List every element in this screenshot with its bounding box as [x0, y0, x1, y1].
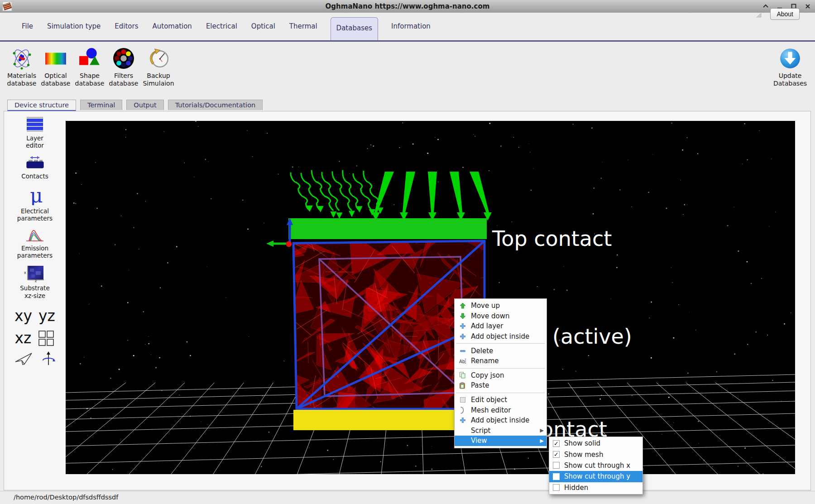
- tab-terminal[interactable]: Terminal: [80, 100, 122, 110]
- arrow-down-icon: [458, 312, 467, 320]
- menu-editors[interactable]: Editors: [114, 22, 139, 40]
- layers-icon: [24, 116, 45, 132]
- menu-item-move-down[interactable]: Move down: [455, 311, 547, 322]
- menu-item-add-object-inside[interactable]: Add object inside: [455, 331, 547, 342]
- menu-item-copy-json[interactable]: Copy json: [455, 370, 547, 381]
- sidebar-label: Emission parameters: [17, 245, 53, 259]
- view-submenu: ✓ Show solid ✓ Show mesh Show cut throug…: [549, 437, 643, 494]
- color-wheel-icon: [112, 47, 135, 70]
- no-icon: [458, 427, 467, 434]
- mesh-bracket-icon: [458, 407, 467, 414]
- 3d-viewport[interactable]: Top contact (active) ontact: [66, 121, 795, 474]
- sidebar-item-emission-parameters[interactable]: Emission parameters: [17, 228, 53, 259]
- paper-plane-icon[interactable]: [14, 352, 33, 365]
- svg-text:μ: μ: [30, 186, 43, 205]
- plus-icon: [458, 322, 467, 330]
- menu-information[interactable]: Information: [390, 22, 431, 40]
- checkbox-icon[interactable]: [553, 473, 560, 480]
- menu-file[interactable]: File: [21, 22, 34, 40]
- paste-icon: [458, 382, 467, 389]
- active-layer-label: (active): [552, 324, 632, 349]
- grid-2x2-icon[interactable]: [38, 330, 55, 346]
- checkbox-checked-icon[interactable]: ✓: [553, 451, 560, 458]
- download-icon: [779, 47, 801, 70]
- menu-item-mesh-editor[interactable]: Mesh editor: [455, 405, 547, 415]
- update-databases-button[interactable]: Update Databases: [769, 47, 811, 87]
- sidebar-item-layer-editor[interactable]: Layer editor: [24, 116, 45, 149]
- edit-icon: [458, 396, 467, 403]
- minus-icon: [458, 347, 467, 355]
- sidebar-label: Substrate xz-size: [20, 284, 49, 299]
- menu-separator: [456, 368, 545, 369]
- sidebar: Layer editor Contacts μ Electrical param…: [5, 116, 64, 369]
- tool-label: Backup Simulaion: [138, 72, 179, 87]
- sidebar-label: Layer editor: [26, 134, 44, 149]
- sidebar-item-contacts[interactable]: Contacts: [21, 155, 48, 180]
- sidebar-item-electrical-parameters[interactable]: μ Electrical parameters: [17, 186, 53, 222]
- top-contact-label: Top contact: [492, 226, 612, 251]
- emission-spectra-icon: [24, 228, 45, 242]
- menu-item-add-layer[interactable]: Add layer: [455, 321, 547, 331]
- menu-optical[interactable]: Optical: [250, 22, 276, 40]
- tab-output[interactable]: Output: [126, 100, 163, 110]
- view-yz-button[interactable]: yz: [38, 307, 55, 325]
- menu-item-view[interactable]: View ▶: [455, 436, 547, 446]
- tab-device-structure[interactable]: Device structure: [7, 100, 76, 111]
- resize-grip-icon: [756, 13, 762, 18]
- menu-separator: [456, 343, 545, 344]
- view-xy-button[interactable]: xy: [14, 307, 32, 325]
- mu-icon: μ: [24, 186, 45, 205]
- close-icon[interactable]: [804, 3, 811, 10]
- menu-item-add-object-inside-2[interactable]: Add object inside: [455, 415, 547, 426]
- menu-electrical[interactable]: Electrical: [205, 22, 238, 40]
- arrow-up-icon: [458, 302, 467, 309]
- sidebar-item-substrate-xz-size[interactable]: x z Substrate xz-size: [20, 265, 49, 299]
- titlebar[interactable]: OghmaNano https://www.oghma-nano.com: [0, 0, 815, 13]
- menu-item-edit-object[interactable]: Edit object: [455, 395, 547, 405]
- checkbox-icon[interactable]: [553, 462, 560, 469]
- no-icon: [458, 437, 467, 444]
- statusbar: /home/rod/Desktop/dfsdsffdssdf: [0, 491, 815, 504]
- copy-icon: [458, 372, 467, 379]
- rename-icon: Ab: [458, 357, 467, 365]
- shade-icon[interactable]: [762, 3, 769, 10]
- backup-clock-icon: [147, 47, 170, 70]
- top-contact-layer[interactable]: [288, 218, 487, 239]
- menu-automation[interactable]: Automation: [152, 22, 193, 40]
- menu-thermal[interactable]: Thermal: [288, 22, 318, 40]
- submenu-item-show-mesh[interactable]: ✓ Show mesh: [549, 449, 642, 460]
- tabbar: Device structure Terminal Output Tutoria…: [7, 100, 263, 111]
- svg-text:Ab: Ab: [459, 359, 465, 364]
- shapes-icon: [78, 47, 101, 70]
- submenu-item-show-cut-through-x[interactable]: Show cut through x: [549, 460, 642, 471]
- plus-icon: [458, 417, 467, 424]
- menu-item-delete[interactable]: Delete: [455, 346, 547, 356]
- submenu-arrow-icon: ▶: [540, 438, 544, 444]
- checkbox-icon[interactable]: [553, 484, 560, 491]
- view-xz-button[interactable]: xz: [15, 329, 32, 347]
- menu-item-move-up[interactable]: Move up: [455, 301, 547, 311]
- submenu-item-hidden[interactable]: Hidden: [549, 482, 642, 493]
- substrate-icon: x z: [24, 265, 46, 282]
- tab-tutorials-documentation[interactable]: Tutorials/Documentation: [168, 100, 263, 110]
- submenu-item-show-cut-through-y[interactable]: Show cut through y: [549, 471, 642, 482]
- oghmanano-window: OghmaNano https://www.oghma-nano.com Fil…: [0, 0, 815, 504]
- atom-icon: [10, 47, 33, 70]
- window-title: OghmaNano https://www.oghma-nano.com: [0, 0, 815, 13]
- menu-simulation-type[interactable]: Simulation type: [46, 22, 101, 40]
- contact-brick-icon: [24, 155, 45, 170]
- svg-text:x: x: [24, 271, 26, 275]
- backup-simulation-button[interactable]: Backup Simulaion: [138, 47, 179, 87]
- about-button[interactable]: About: [770, 8, 800, 20]
- menu-item-script[interactable]: Script ▶: [455, 426, 547, 436]
- submenu-item-show-solid[interactable]: ✓ Show solid: [549, 438, 642, 449]
- toolbar: Materials database Optical database Shap…: [0, 42, 815, 100]
- menu-item-rename[interactable]: Ab Rename: [455, 356, 547, 366]
- rotate-axis-icon[interactable]: [42, 351, 55, 366]
- sidebar-label: Electrical parameters: [17, 207, 53, 222]
- menu-item-paste[interactable]: Paste: [455, 380, 547, 391]
- menu-databases[interactable]: Databases: [331, 17, 378, 40]
- sidebar-label: Contacts: [21, 173, 48, 180]
- checkbox-checked-icon[interactable]: ✓: [553, 440, 560, 447]
- menubar: File Simulation type Editors Automation …: [0, 13, 815, 42]
